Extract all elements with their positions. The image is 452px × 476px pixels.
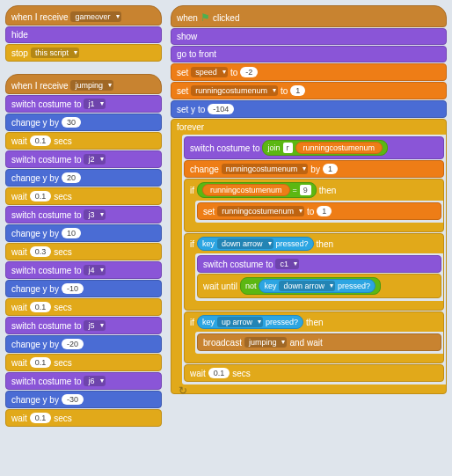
- wait-until[interactable]: wait until not key down arrow pressed?: [197, 274, 441, 298]
- set-runningcostumenum[interactable]: set runningcostumenum to 1: [171, 82, 447, 99]
- if-down-arrow[interactable]: if key down arrow pressed? then switch c…: [184, 233, 444, 311]
- value-input[interactable]: 0.1: [30, 357, 52, 368]
- switch-costume[interactable]: switch costume toj4: [5, 261, 162, 279]
- key-pressed[interactable]: key down arrow pressed?: [259, 279, 375, 293]
- if-costume-9[interactable]: if runningcostumenum = 9 then set runnin…: [184, 179, 444, 232]
- jumping-stack: when I receive jumping switch costume to…: [5, 74, 162, 427]
- equals-operator[interactable]: runningcostumenum = 9: [197, 182, 317, 198]
- set-runningcostumenum-1[interactable]: set runningcostumenum to 1: [197, 202, 441, 220]
- not-operator[interactable]: not key down arrow pressed?: [240, 277, 381, 295]
- key-pressed[interactable]: key up arrow pressed?: [197, 315, 303, 329]
- value-input[interactable]: -20: [62, 339, 84, 349]
- forever-block[interactable]: forever switch costume to join r running…: [171, 119, 447, 394]
- value-input[interactable]: -104: [208, 104, 234, 114]
- label: when I receive: [11, 12, 68, 22]
- script-column-right: when ⚑ clicked show go to front set spee…: [171, 5, 447, 406]
- value-input[interactable]: 0.1: [30, 135, 52, 146]
- costume-dropdown[interactable]: j3: [84, 209, 105, 220]
- value-input[interactable]: 30: [62, 117, 81, 128]
- stop-option[interactable]: this script: [31, 48, 79, 58]
- value-input[interactable]: 1: [290, 85, 305, 96]
- switch-costume[interactable]: switch costume toj1: [5, 95, 162, 113]
- if-up-arrow[interactable]: if key up arrow pressed? then broadcast …: [184, 311, 444, 363]
- key-pressed[interactable]: key down arrow pressed?: [197, 237, 314, 251]
- value-input[interactable]: 0.1: [30, 302, 52, 312]
- wait-secs[interactable]: wait0.1secs: [5, 409, 162, 427]
- forever-body: switch costume to join r runningcostumen…: [182, 135, 446, 384]
- costume-dropdown[interactable]: j2: [84, 154, 105, 165]
- value-input[interactable]: -10: [62, 283, 84, 294]
- wait-secs[interactable]: wait0.1secs: [5, 132, 162, 150]
- set-y[interactable]: set y to -104: [171, 100, 447, 118]
- loop-arrow-icon: ↻: [171, 384, 187, 397]
- value-input[interactable]: 0.1: [208, 368, 230, 378]
- switch-costume[interactable]: switch costume toj3: [5, 206, 162, 223]
- costume-dropdown[interactable]: j4: [84, 265, 105, 275]
- value-input[interactable]: -30: [62, 394, 84, 405]
- switch-costume[interactable]: switch costume toj6: [5, 372, 162, 390]
- costume-dropdown[interactable]: j1: [84, 99, 105, 109]
- hide-block[interactable]: hide: [5, 26, 162, 43]
- set-speed[interactable]: set speed to -2: [171, 63, 447, 81]
- message-dropdown[interactable]: gameover: [70, 11, 120, 22]
- key-dropdown[interactable]: down arrow: [279, 281, 335, 291]
- wait-secs[interactable]: wait0.1secs: [5, 354, 162, 371]
- text-input[interactable]: r: [283, 143, 293, 153]
- when-receive-jumping[interactable]: when I receive jumping: [5, 74, 162, 94]
- switch-costume-c1[interactable]: switch costume to c1: [197, 255, 441, 273]
- var-dropdown[interactable]: runningcostumenum: [217, 206, 304, 216]
- when-receive-gameover[interactable]: when I receive gameover: [5, 5, 162, 26]
- value-input[interactable]: 0.1: [30, 413, 52, 423]
- change-y[interactable]: change y by20: [5, 169, 162, 187]
- switch-costume[interactable]: switch costume toj5: [5, 317, 162, 334]
- key-dropdown[interactable]: down arrow: [217, 238, 273, 249]
- message-dropdown[interactable]: jumping: [244, 337, 288, 348]
- value-input[interactable]: 0.3: [30, 246, 52, 257]
- show-block[interactable]: show: [171, 28, 447, 45]
- costume-dropdown[interactable]: c1: [275, 259, 299, 269]
- stop-block[interactable]: stop this script: [5, 44, 162, 62]
- change-var[interactable]: change runningcostumenum by 1: [184, 160, 444, 178]
- wait-secs[interactable]: wait0.3secs: [5, 243, 162, 260]
- change-y[interactable]: change y by10: [5, 224, 162, 242]
- var-dropdown[interactable]: runningcostumenum: [222, 164, 309, 174]
- text-input[interactable]: 9: [300, 185, 311, 195]
- value-input[interactable]: -2: [240, 67, 258, 77]
- gameover-stack: when I receive gameover hide stop this s…: [5, 5, 162, 62]
- value-input[interactable]: 10: [62, 228, 81, 238]
- change-y[interactable]: change y by-30: [5, 391, 162, 408]
- when-flag-clicked[interactable]: when ⚑ clicked: [171, 5, 447, 27]
- costume-dropdown[interactable]: j5: [84, 320, 105, 331]
- value-input[interactable]: 1: [323, 164, 338, 174]
- var-dropdown[interactable]: runningcostumenum: [191, 85, 278, 96]
- wait-secs[interactable]: wait0.1secs: [5, 187, 162, 205]
- var-reporter[interactable]: runningcostumenum: [202, 184, 290, 196]
- value-input[interactable]: 0.1: [30, 191, 52, 201]
- join-operator[interactable]: join r runningcostumenum: [262, 140, 388, 156]
- wait-secs[interactable]: wait 0.1 secs: [184, 364, 444, 382]
- value-input[interactable]: 1: [317, 206, 332, 216]
- green-flag-icon: ⚑: [200, 11, 210, 24]
- change-y[interactable]: change y by-20: [5, 335, 162, 353]
- switch-costume-join[interactable]: switch costume to join r runningcostumen…: [184, 136, 444, 159]
- var-dropdown[interactable]: speed: [191, 67, 228, 77]
- costume-dropdown[interactable]: j6: [84, 376, 105, 386]
- main-stack: when ⚑ clicked show go to front set spee…: [171, 5, 447, 394]
- change-y[interactable]: change y by-10: [5, 280, 162, 297]
- key-dropdown[interactable]: up arrow: [217, 317, 263, 327]
- message-dropdown[interactable]: jumping: [70, 80, 113, 91]
- broadcast-wait[interactable]: broadcast jumping and wait: [197, 333, 441, 351]
- script-column-left: when I receive gameover hide stop this s…: [5, 5, 162, 439]
- value-input[interactable]: 20: [62, 172, 81, 183]
- switch-costume[interactable]: switch costume toj2: [5, 150, 162, 168]
- go-to-front[interactable]: go to front: [171, 46, 447, 62]
- change-y[interactable]: change y by30: [5, 114, 162, 131]
- var-reporter[interactable]: runningcostumenum: [295, 142, 383, 154]
- wait-secs[interactable]: wait0.1secs: [5, 298, 162, 316]
